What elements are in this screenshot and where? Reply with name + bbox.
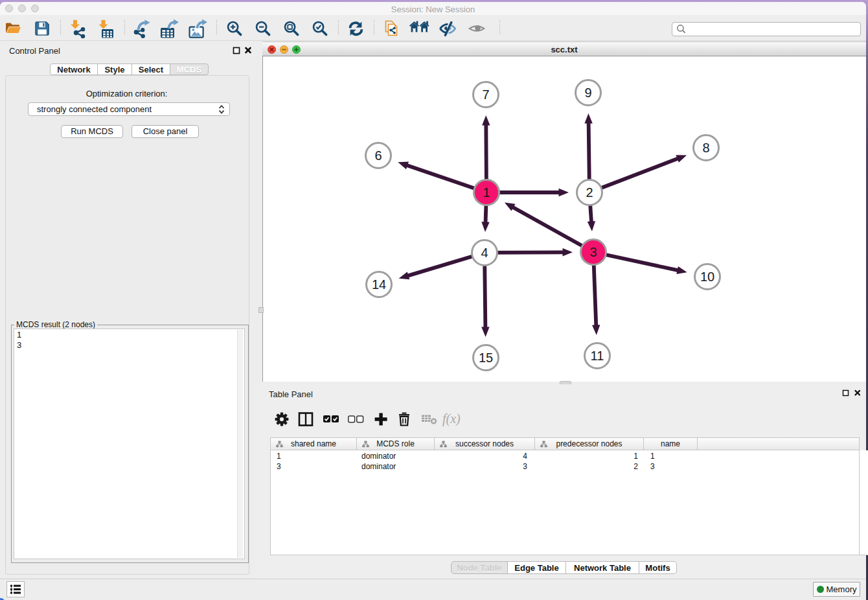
svg-text:4: 4 [481,246,488,260]
svg-text:6: 6 [374,148,382,163]
svg-text:3: 3 [589,245,597,259]
svg-text:11: 11 [591,349,604,363]
svg-text:8: 8 [702,141,709,155]
svg-text:1: 1 [483,185,490,200]
svg-text:7: 7 [482,87,489,102]
svg-text:2: 2 [586,185,593,200]
svg-text:14: 14 [372,277,386,292]
svg-text:10: 10 [700,270,714,284]
svg-text:15: 15 [479,351,493,365]
svg-text:f(x): f(x) [442,411,461,426]
svg-text:9: 9 [584,86,591,100]
